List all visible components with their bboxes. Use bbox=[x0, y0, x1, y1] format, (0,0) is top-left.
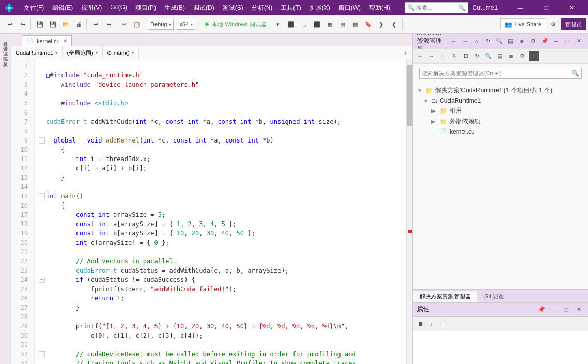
props-close[interactable]: ✕ bbox=[574, 305, 584, 315]
se-tb-btn6[interactable]: ↻ bbox=[472, 51, 482, 61]
menu-project[interactable]: 项目(P) bbox=[131, 2, 160, 14]
props-float[interactable]: □ bbox=[561, 305, 571, 315]
ext-deps-node[interactable]: ▶ 📁 外部依赖项 bbox=[413, 116, 588, 127]
code-nav-range[interactable]: (全局范围) ▾ bbox=[63, 46, 102, 59]
tab-close-button[interactable]: ✕ bbox=[63, 38, 67, 44]
scrollbar-thumb[interactable] bbox=[407, 65, 412, 126]
se-home[interactable]: ⌂ bbox=[471, 36, 482, 46]
menu-analyze[interactable]: 分析(N) bbox=[247, 2, 277, 14]
minimize-button[interactable]: — bbox=[508, 0, 532, 15]
fold-btn-24[interactable]: − bbox=[39, 277, 45, 283]
copy-button[interactable]: 📋 bbox=[131, 18, 143, 30]
code-editor[interactable]: 12345 678910 1112131415 1617181920 21222… bbox=[11, 59, 406, 364]
props-tb-categorized[interactable]: ≣ bbox=[415, 319, 425, 329]
se-tb-btn5[interactable]: ⊡ bbox=[460, 51, 471, 61]
se-float[interactable]: □ bbox=[562, 36, 572, 46]
se-search[interactable]: 🔍 bbox=[494, 36, 504, 46]
open-file-button[interactable]: 📂 bbox=[59, 18, 72, 30]
menu-build[interactable]: 生成(B) bbox=[160, 2, 189, 14]
maximize-button[interactable]: □ bbox=[534, 0, 558, 15]
menu-file[interactable]: 文件(F) bbox=[20, 2, 48, 14]
run-extra8[interactable]: ❯ bbox=[375, 18, 388, 30]
sidebar-debug[interactable]: 调试 bbox=[2, 46, 9, 50]
tab-solution-explorer[interactable]: 解决方案资源管理器 bbox=[413, 291, 477, 302]
save-all-button[interactable]: 💾 bbox=[47, 18, 59, 30]
se-close[interactable]: ✕ bbox=[574, 36, 584, 46]
menu-view[interactable]: 视图(V) bbox=[77, 2, 106, 14]
se-collapse[interactable]: ≡ bbox=[517, 36, 527, 46]
se-tb-btn9[interactable]: ≡ bbox=[506, 51, 516, 61]
se-minus[interactable]: − bbox=[551, 36, 561, 46]
sidebar-extensions[interactable]: 扩展 bbox=[2, 56, 9, 60]
se-tb-btn4[interactable]: ↻ bbox=[449, 51, 459, 61]
title-search-input[interactable] bbox=[416, 5, 457, 11]
se-refresh[interactable]: ↻ bbox=[483, 36, 493, 46]
refs-node[interactable]: ▶ 📁 引用 bbox=[413, 105, 588, 116]
sidebar-settings[interactable]: 设置 bbox=[2, 41, 9, 45]
menu-extensions[interactable]: 扩展(X) bbox=[305, 2, 334, 14]
run-extra1[interactable]: ⬛ bbox=[285, 18, 297, 30]
close-button[interactable]: ✕ bbox=[560, 0, 584, 15]
title-search-box[interactable]: 🔍 🔍 bbox=[405, 2, 468, 13]
se-tb-btn1[interactable]: ← bbox=[415, 51, 425, 61]
kernel-cu-node[interactable]: ▶ 📄 kernel.cu bbox=[413, 127, 588, 136]
se-filter[interactable]: ▤ bbox=[505, 36, 516, 46]
se-tb-btn7[interactable]: 🔍 bbox=[483, 51, 493, 61]
se-tb-btn8[interactable]: ▤ bbox=[494, 51, 505, 61]
redo2-button[interactable]: ↪ bbox=[102, 18, 115, 30]
code-nav-func[interactable]: ⊙ main() ▾ bbox=[103, 46, 139, 59]
config-dropdown[interactable]: Debug ▾ bbox=[148, 19, 174, 30]
undo-button[interactable]: ↩ bbox=[4, 18, 16, 30]
add-nav-item[interactable]: + bbox=[399, 46, 412, 59]
props-minus[interactable]: − bbox=[549, 305, 559, 315]
fold-btn-9[interactable]: − bbox=[39, 137, 45, 144]
se-tb-btn2[interactable]: → bbox=[426, 51, 437, 61]
code-content[interactable]: □#include "cuda_runtime.h" #include "dev… bbox=[35, 59, 406, 364]
menu-window[interactable]: 窗口(W) bbox=[334, 2, 365, 14]
menu-edit[interactable]: 编辑(E) bbox=[48, 2, 77, 14]
platform-dropdown[interactable]: x64 ▾ bbox=[177, 19, 195, 30]
menu-debug[interactable]: 调试(D) bbox=[189, 2, 219, 14]
run-extra4[interactable]: ▦ bbox=[323, 18, 336, 30]
menu-test[interactable]: 测试(S) bbox=[219, 2, 247, 14]
code-nav-scope[interactable]: CudaRuntime1 ▾ bbox=[11, 46, 63, 59]
fold-btn-15[interactable]: − bbox=[39, 193, 45, 199]
tab-git-changes[interactable]: Git 更改 bbox=[477, 291, 511, 302]
run-extra6[interactable]: ▦ bbox=[349, 18, 362, 30]
print-button[interactable]: 🖨 bbox=[72, 18, 85, 30]
se-tb-btn11[interactable] bbox=[529, 51, 539, 61]
props-pin[interactable]: 📌 bbox=[536, 305, 547, 315]
run-extra9[interactable]: ❮ bbox=[388, 18, 400, 30]
sidebar-source[interactable]: 源码 bbox=[2, 51, 9, 55]
fold-btn-32[interactable]: − bbox=[39, 351, 45, 357]
se-settings[interactable]: ⚙ bbox=[528, 36, 538, 46]
tab-kernel-cu[interactable]: 📄 kernel.cu ✕ bbox=[22, 35, 72, 46]
menu-help[interactable]: 帮助(H) bbox=[365, 2, 394, 14]
se-nav-back[interactable]: ← bbox=[448, 36, 459, 46]
live-share-button[interactable]: 👥 Live Share bbox=[500, 18, 546, 30]
run-extra2[interactable]: ⬚ bbox=[298, 18, 310, 30]
menu-tools[interactable]: 工具(T) bbox=[276, 2, 305, 14]
solution-search-input[interactable] bbox=[422, 70, 570, 76]
undo2-button[interactable]: ↩ bbox=[89, 18, 102, 30]
admin-button[interactable]: 管理员 bbox=[561, 18, 586, 30]
vertical-scrollbar[interactable] bbox=[406, 59, 412, 364]
solution-search-box[interactable]: 🔍 bbox=[419, 68, 582, 79]
props-tb-pages[interactable]: 📄 bbox=[438, 319, 448, 329]
props-tb-alpha[interactable]: ↕ bbox=[426, 319, 437, 329]
run-dropdown[interactable]: ▾ bbox=[272, 18, 284, 30]
project-node[interactable]: ▼ 🗂 CudaRuntime1 bbox=[413, 96, 588, 105]
sidebar-resources[interactable]: 资源 bbox=[2, 36, 9, 40]
cut-button[interactable]: ✂ bbox=[118, 18, 130, 30]
se-nav-fwd[interactable]: → bbox=[460, 36, 470, 46]
solution-root[interactable]: ▼ 📁 解决方案'CudaRuntime1'(1 个项目/共 1 个) bbox=[413, 85, 588, 96]
menu-git[interactable]: Git(G) bbox=[106, 2, 131, 14]
sidebar-live[interactable]: 协作 bbox=[2, 360, 9, 364]
redo-button[interactable]: ↪ bbox=[17, 18, 29, 30]
run-extra5[interactable]: ▤ bbox=[336, 18, 349, 30]
save-button[interactable]: 💾 bbox=[34, 18, 46, 30]
se-tb-btn10[interactable]: ⚙ bbox=[517, 51, 528, 61]
se-tb-btn3[interactable]: ⌂ bbox=[438, 51, 448, 61]
run-extra7[interactable]: 🔖 bbox=[362, 18, 375, 30]
run-button[interactable]: ▶ 本地 Windows 调试器 bbox=[200, 18, 271, 30]
